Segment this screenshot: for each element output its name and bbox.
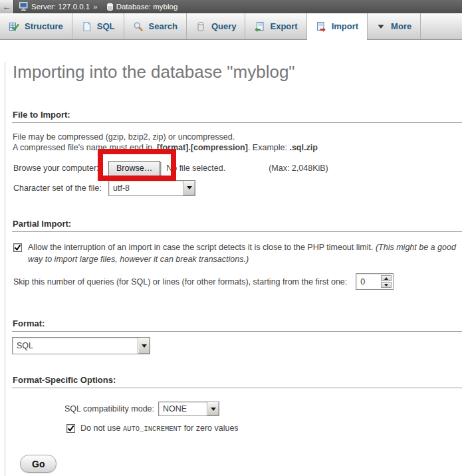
server-icon: [19, 2, 29, 11]
breadcrumb-database[interactable]: Database: myblog: [116, 3, 178, 11]
tab-query[interactable]: Query: [187, 13, 246, 39]
allow-interruption-checkbox[interactable]: [13, 243, 22, 252]
section-heading-file-to-import: File to Import:: [12, 110, 462, 123]
tab-label: More: [391, 21, 411, 31]
browse-button[interactable]: Browse…: [108, 161, 160, 176]
section-heading-format-options: Format-Specific Options:: [12, 375, 462, 388]
go-button[interactable]: Go: [20, 455, 57, 473]
browse-label: Browse your computer:: [13, 164, 108, 173]
import-icon: [316, 21, 326, 32]
browse-row: Browse your computer: Browse… No file se…: [13, 160, 462, 176]
skip-queries-label: Skip this number of queries (for SQL) or…: [13, 277, 347, 287]
auto-increment-label: Do not use AUTO_INCREMENT for zero value…: [80, 423, 239, 433]
tab-label: Query: [211, 21, 237, 31]
tab-label: Search: [149, 21, 177, 31]
tab-structure[interactable]: Structure: [0, 13, 72, 39]
search-icon: [133, 21, 144, 32]
format-row: SQL: [12, 337, 462, 354]
skip-queries-input[interactable]: 0: [356, 273, 394, 290]
structure-icon: [9, 21, 19, 32]
query-icon: [195, 21, 206, 32]
dropdown-arrow-icon[interactable]: [138, 338, 150, 354]
sql-compatibility-row: SQL compatibility mode: NONE: [64, 402, 462, 416]
breadcrumb-server[interactable]: Server: 127.0.0.1: [31, 3, 90, 11]
header-bar: ← Server: 127.0.0.1 » Database: myblog: [0, 0, 462, 13]
sql-icon: [81, 21, 92, 32]
tab-label: Export: [270, 21, 297, 31]
section-heading-partial-import: Partial Import:: [12, 219, 462, 232]
tab-import[interactable]: Import: [307, 13, 368, 39]
compression-note: File may be compressed (gzip, bzip2, zip…: [13, 132, 462, 153]
autoinc-suffix: for zero values: [181, 423, 238, 433]
dropdown-arrow-icon[interactable]: [207, 402, 219, 416]
no-file-selected-text: No file selected.: [166, 164, 225, 173]
allow-interruption-text: Allow the interruption of an import in c…: [28, 243, 373, 252]
allow-interruption-label: Allow the interruption of an import in c…: [28, 242, 460, 265]
spin-up-button[interactable]: [381, 275, 392, 281]
tab-export[interactable]: Export: [245, 13, 306, 39]
tab-sql[interactable]: SQL: [72, 13, 124, 39]
tab-label: Import: [332, 21, 358, 31]
export-icon: [254, 21, 265, 32]
tab-search[interactable]: Search: [124, 13, 187, 39]
main-content: Importing into the database "myblog" Fil…: [5, 62, 462, 476]
page-title: Importing into the database "myblog": [13, 62, 462, 82]
sql-compatibility-select[interactable]: NONE: [158, 402, 219, 416]
auto-increment-row: Do not use AUTO_INCREMENT for zero value…: [66, 423, 462, 433]
spin-down-button[interactable]: [381, 282, 392, 288]
spinner-buttons: [380, 274, 393, 289]
autoinc-code: AUTO_INCREMENT: [123, 425, 181, 433]
charset-label: Character set of the file:: [13, 183, 108, 193]
section-heading-format: Format:: [12, 318, 462, 332]
database-icon: [106, 3, 114, 11]
dropdown-arrow-icon[interactable]: [183, 181, 195, 195]
note-example-ext: .sql.zip: [289, 143, 317, 152]
allow-interruption-row: Allow the interruption of an import in c…: [13, 242, 460, 265]
charset-selected-value: utf-8: [109, 181, 183, 195]
note-line2-mid: . Example:: [248, 143, 290, 152]
format-selected-value: SQL: [13, 338, 138, 354]
breadcrumb-separator: »: [93, 3, 97, 11]
charset-select[interactable]: utf-8: [108, 180, 195, 196]
note-format-compression: .[format].[compression]: [155, 143, 248, 152]
sql-compatibility-label: SQL compatibility mode:: [64, 404, 154, 414]
charset-row: Character set of the file: utf-8: [13, 179, 462, 196]
back-button[interactable]: ←: [0, 0, 14, 13]
tab-label: Structure: [25, 21, 63, 31]
format-select[interactable]: SQL: [12, 337, 150, 354]
auto-increment-checkbox[interactable]: [66, 424, 75, 433]
tab-bar: Structure SQL Search Query: [0, 13, 462, 40]
chevron-down-icon: [376, 22, 386, 31]
skip-queries-row: Skip this number of queries (for SQL) or…: [13, 273, 462, 290]
note-line2-prefix: A compressed file's name must end in: [13, 143, 155, 152]
note-line1: File may be compressed (gzip, bzip2, zip…: [13, 132, 235, 142]
max-size-text: (Max: 2,048KiB): [269, 164, 328, 173]
skip-queries-value: 0: [356, 274, 380, 289]
tab-label: SQL: [97, 21, 115, 31]
autoinc-prefix: Do not use: [80, 423, 123, 433]
sql-compatibility-value: NONE: [159, 402, 207, 416]
tab-more[interactable]: More: [368, 13, 421, 39]
